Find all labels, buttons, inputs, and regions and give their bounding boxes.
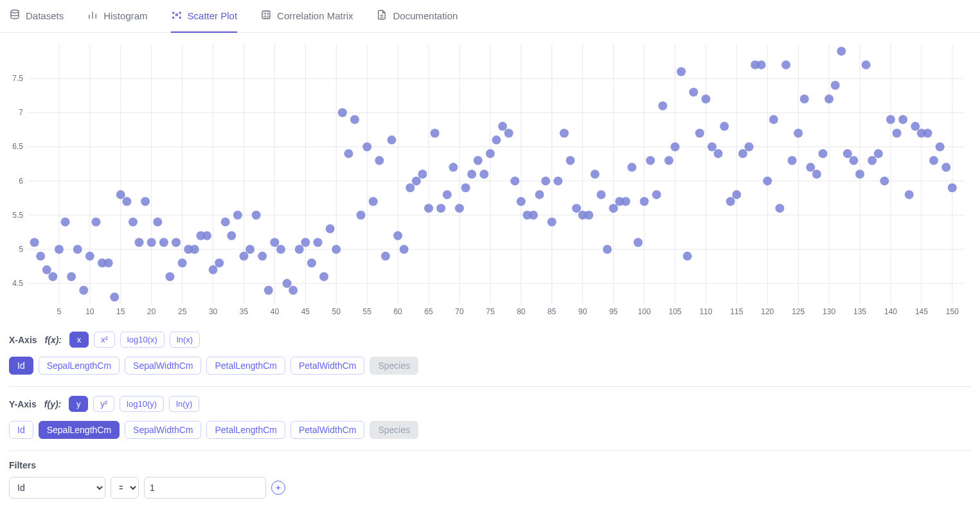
svg-point-180 bbox=[640, 197, 649, 206]
svg-point-222 bbox=[898, 115, 907, 124]
svg-point-129 bbox=[326, 224, 335, 233]
svg-text:90: 90 bbox=[578, 307, 587, 316]
filter-value-input[interactable] bbox=[144, 477, 266, 499]
svg-point-160 bbox=[517, 197, 526, 206]
svg-point-200 bbox=[763, 177, 772, 186]
svg-text:5: 5 bbox=[57, 307, 62, 316]
x-field-chips: IdSepalLengthCmSepalWidthCmPetalLengthCm… bbox=[9, 357, 971, 375]
y-transform-chip-log10y[interactable]: log10(y) bbox=[120, 396, 164, 412]
svg-point-169 bbox=[572, 204, 581, 213]
svg-point-95 bbox=[116, 190, 125, 199]
svg-point-112 bbox=[221, 217, 230, 226]
svg-point-221 bbox=[893, 129, 902, 138]
tab-datasets[interactable]: Datasets bbox=[9, 9, 64, 33]
svg-point-194 bbox=[726, 197, 735, 206]
svg-point-104 bbox=[172, 238, 181, 247]
tab-doc[interactable]: Documentation bbox=[376, 9, 458, 33]
svg-point-85 bbox=[55, 245, 64, 254]
svg-point-208 bbox=[812, 170, 821, 179]
svg-point-116 bbox=[245, 245, 254, 254]
svg-point-178 bbox=[627, 163, 636, 172]
svg-point-142 bbox=[405, 183, 414, 192]
svg-point-135 bbox=[362, 142, 371, 151]
svg-point-201 bbox=[769, 115, 778, 124]
svg-point-220 bbox=[886, 115, 895, 124]
svg-point-148 bbox=[443, 190, 452, 199]
svg-point-213 bbox=[843, 149, 852, 158]
x-field-chip-petallengthcm[interactable]: PetalLengthCm bbox=[206, 357, 285, 375]
svg-text:100: 100 bbox=[638, 307, 651, 316]
svg-point-203 bbox=[781, 60, 790, 69]
svg-point-166 bbox=[553, 177, 562, 186]
svg-point-223 bbox=[905, 190, 914, 199]
svg-text:50: 50 bbox=[332, 307, 341, 316]
y-field-chip-sepalwidthcm[interactable]: SepalWidthCm bbox=[125, 421, 201, 439]
svg-point-167 bbox=[560, 129, 569, 138]
x-transform-chip-x[interactable]: x² bbox=[94, 332, 115, 348]
svg-point-111 bbox=[215, 258, 224, 267]
x-field-chip-petalwidthcm[interactable]: PetalWidthCm bbox=[290, 357, 364, 375]
svg-text:135: 135 bbox=[853, 307, 866, 316]
y-field-chip-id[interactable]: Id bbox=[9, 421, 33, 439]
svg-text:4.5: 4.5 bbox=[12, 279, 23, 288]
svg-point-141 bbox=[400, 245, 409, 254]
tab-histogram[interactable]: Histogram bbox=[87, 9, 147, 33]
y-field-chip-petalwidthcm[interactable]: PetalWidthCm bbox=[290, 421, 364, 439]
x-transform-chip-lnx[interactable]: ln(x) bbox=[170, 332, 200, 348]
tabs-bar: DatasetsHistogramScatter PlotCorrelation… bbox=[0, 0, 980, 33]
grid-icon bbox=[260, 9, 272, 22]
y-field-chip-petallengthcm[interactable]: PetalLengthCm bbox=[206, 421, 285, 439]
add-filter-button[interactable] bbox=[271, 481, 285, 495]
x-transform-chip-log10x[interactable]: log10(x) bbox=[120, 332, 165, 348]
x-field-chip-sepallengthcm[interactable]: SepalLengthCm bbox=[39, 357, 120, 375]
svg-point-183 bbox=[658, 102, 667, 111]
y-transform-chip-lny[interactable]: ln(y) bbox=[169, 396, 199, 412]
svg-point-110 bbox=[209, 265, 218, 274]
svg-point-184 bbox=[664, 156, 673, 165]
svg-point-215 bbox=[855, 170, 864, 179]
svg-point-154 bbox=[479, 170, 488, 179]
svg-text:115: 115 bbox=[730, 307, 743, 316]
y-axis-label: Y-Axis bbox=[9, 399, 37, 409]
tab-corr[interactable]: Correlation Matrix bbox=[260, 9, 353, 33]
scatter-plot[interactable]: 5101520253035404550556065707580859095100… bbox=[9, 39, 971, 322]
svg-point-100 bbox=[147, 238, 156, 247]
y-transform-chip-y[interactable]: y² bbox=[93, 396, 114, 412]
x-transform-chip-x[interactable]: x bbox=[69, 332, 89, 348]
svg-point-109 bbox=[202, 231, 211, 240]
svg-point-204 bbox=[788, 156, 797, 165]
fx-label: f(x): bbox=[45, 335, 62, 345]
svg-text:25: 25 bbox=[178, 307, 187, 316]
svg-point-164 bbox=[541, 177, 550, 186]
svg-point-144 bbox=[418, 170, 427, 179]
y-field-chip-species: Species bbox=[370, 421, 418, 439]
x-field-chip-species: Species bbox=[370, 357, 418, 375]
svg-text:75: 75 bbox=[486, 307, 495, 316]
svg-point-192 bbox=[714, 149, 723, 158]
svg-point-174 bbox=[603, 245, 612, 254]
svg-text:45: 45 bbox=[301, 307, 310, 316]
svg-point-113 bbox=[227, 231, 236, 240]
svg-point-132 bbox=[344, 149, 353, 158]
svg-point-186 bbox=[677, 67, 686, 76]
svg-point-153 bbox=[474, 156, 483, 165]
filter-op-select[interactable]: =<><=>=!= bbox=[111, 477, 139, 499]
filter-field-select[interactable]: IdSepalLengthCmSepalWidthCmPetalLengthCm… bbox=[9, 477, 105, 499]
svg-point-119 bbox=[264, 286, 273, 295]
svg-point-209 bbox=[819, 149, 828, 158]
svg-point-84 bbox=[48, 272, 57, 281]
tab-scatter[interactable]: Scatter Plot bbox=[171, 9, 238, 33]
x-transform-chips: xx²log10(x)ln(x) bbox=[69, 332, 200, 348]
svg-rect-6 bbox=[262, 11, 270, 19]
svg-text:95: 95 bbox=[609, 307, 618, 316]
y-field-chip-sepallengthcm[interactable]: SepalLengthCm bbox=[39, 421, 120, 439]
x-field-chip-id[interactable]: Id bbox=[9, 357, 33, 375]
svg-point-99 bbox=[141, 197, 150, 206]
svg-point-117 bbox=[252, 211, 261, 220]
svg-text:30: 30 bbox=[209, 307, 218, 316]
x-field-chip-sepalwidthcm[interactable]: SepalWidthCm bbox=[125, 357, 201, 375]
y-transform-chip-y[interactable]: y bbox=[69, 396, 88, 412]
y-transform-chips: yy²log10(y)ln(y) bbox=[69, 396, 199, 412]
svg-text:140: 140 bbox=[884, 307, 897, 316]
svg-point-224 bbox=[911, 122, 920, 131]
